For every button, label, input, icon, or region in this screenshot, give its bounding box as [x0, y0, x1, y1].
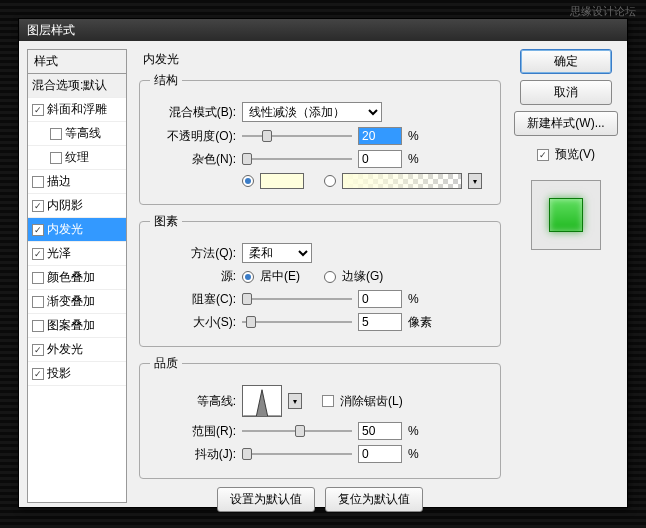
blend-mode-select[interactable]: 线性减淡（添加）: [242, 102, 382, 122]
source-edge-radio[interactable]: [324, 271, 336, 283]
color-radio[interactable]: [242, 175, 254, 187]
noise-input[interactable]: [358, 150, 402, 168]
style-item[interactable]: 光泽: [28, 242, 126, 266]
style-item[interactable]: 外发光: [28, 338, 126, 362]
style-item[interactable]: 图案叠加: [28, 314, 126, 338]
blending-options-item[interactable]: 混合选项:默认: [28, 74, 126, 98]
elements-legend: 图素: [150, 213, 182, 230]
quality-group: 品质 等高线: ▾ 消除锯齿(L) 范围(R): %: [139, 355, 501, 479]
style-label: 内发光: [47, 221, 83, 238]
choke-unit: %: [408, 292, 438, 306]
preview-checkbox[interactable]: [537, 149, 549, 161]
jitter-input[interactable]: [358, 445, 402, 463]
opacity-unit: %: [408, 129, 438, 143]
cancel-button[interactable]: 取消: [520, 80, 612, 105]
settings-panel: 内发光 结构 混合模式(B): 线性减淡（添加） 不透明度(O): % 杂色(N…: [135, 49, 505, 499]
blend-mode-label: 混合模式(B):: [150, 104, 236, 121]
style-checkbox[interactable]: [32, 224, 44, 236]
range-slider[interactable]: [242, 423, 352, 439]
make-default-button[interactable]: 设置为默认值: [217, 487, 315, 512]
style-checkbox[interactable]: [32, 368, 44, 380]
style-item[interactable]: 内阴影: [28, 194, 126, 218]
style-checkbox[interactable]: [32, 200, 44, 212]
preview-box: [531, 180, 601, 250]
antialias-checkbox[interactable]: [322, 395, 334, 407]
noise-unit: %: [408, 152, 438, 166]
style-item[interactable]: 渐变叠加: [28, 290, 126, 314]
size-label: 大小(S):: [150, 314, 236, 331]
style-label: 纹理: [65, 149, 89, 166]
action-panel: 确定 取消 新建样式(W)... 预览(V): [513, 49, 619, 499]
style-label: 颜色叠加: [47, 269, 95, 286]
contour-picker[interactable]: [242, 385, 282, 417]
choke-label: 阻塞(C):: [150, 291, 236, 308]
color-swatch[interactable]: [260, 173, 304, 189]
style-label: 渐变叠加: [47, 293, 95, 310]
style-checkbox[interactable]: [32, 272, 44, 284]
opacity-slider[interactable]: [242, 128, 352, 144]
quality-legend: 品质: [150, 355, 182, 372]
style-checkbox[interactable]: [32, 320, 44, 332]
preview-swatch: [549, 198, 583, 232]
styles-panel: 样式 混合选项:默认 斜面和浮雕等高线纹理描边内阴影内发光光泽颜色叠加渐变叠加图…: [27, 49, 127, 499]
jitter-unit: %: [408, 447, 438, 461]
new-style-button[interactable]: 新建样式(W)...: [514, 111, 617, 136]
size-slider[interactable]: [242, 314, 352, 330]
jitter-slider[interactable]: [242, 446, 352, 462]
watermark: 思缘设计论坛: [570, 4, 636, 19]
reset-default-button[interactable]: 复位为默认值: [325, 487, 423, 512]
technique-label: 方法(Q):: [150, 245, 236, 262]
choke-input[interactable]: [358, 290, 402, 308]
source-edge-label: 边缘(G): [342, 268, 383, 285]
opacity-label: 不透明度(O):: [150, 128, 236, 145]
style-label: 光泽: [47, 245, 71, 262]
source-center-label: 居中(E): [260, 268, 300, 285]
style-label: 投影: [47, 365, 71, 382]
size-unit: 像素: [408, 314, 438, 331]
gradient-radio[interactable]: [324, 175, 336, 187]
ok-button[interactable]: 确定: [520, 49, 612, 74]
style-item[interactable]: 斜面和浮雕: [28, 98, 126, 122]
style-checkbox[interactable]: [32, 248, 44, 260]
style-checkbox[interactable]: [32, 344, 44, 356]
dialog-titlebar[interactable]: 图层样式: [19, 19, 627, 41]
antialias-label: 消除锯齿(L): [340, 393, 403, 410]
style-checkbox[interactable]: [32, 104, 44, 116]
style-checkbox[interactable]: [32, 176, 44, 188]
noise-label: 杂色(N):: [150, 151, 236, 168]
style-checkbox[interactable]: [32, 296, 44, 308]
style-item[interactable]: 内发光: [28, 218, 126, 242]
style-item[interactable]: 颜色叠加: [28, 266, 126, 290]
styles-header: 样式: [27, 49, 127, 73]
style-checkbox[interactable]: [50, 128, 62, 140]
style-item[interactable]: 投影: [28, 362, 126, 386]
technique-select[interactable]: 柔和: [242, 243, 312, 263]
contour-label: 等高线:: [150, 393, 236, 410]
range-input[interactable]: [358, 422, 402, 440]
structure-legend: 结构: [150, 72, 182, 89]
source-center-radio[interactable]: [242, 271, 254, 283]
choke-slider[interactable]: [242, 291, 352, 307]
size-input[interactable]: [358, 313, 402, 331]
opacity-input[interactable]: [358, 127, 402, 145]
noise-slider[interactable]: [242, 151, 352, 167]
contour-dropdown-icon[interactable]: ▾: [288, 393, 302, 409]
layer-style-dialog: 图层样式 样式 混合选项:默认 斜面和浮雕等高线纹理描边内阴影内发光光泽颜色叠加…: [18, 18, 628, 508]
style-label: 外发光: [47, 341, 83, 358]
style-checkbox[interactable]: [50, 152, 62, 164]
style-label: 斜面和浮雕: [47, 101, 107, 118]
gradient-swatch[interactable]: [342, 173, 462, 189]
style-item[interactable]: 描边: [28, 170, 126, 194]
styles-list: 混合选项:默认 斜面和浮雕等高线纹理描边内阴影内发光光泽颜色叠加渐变叠加图案叠加…: [27, 73, 127, 503]
source-label: 源:: [150, 268, 236, 285]
range-unit: %: [408, 424, 438, 438]
style-label: 内阴影: [47, 197, 83, 214]
effect-title: 内发光: [143, 51, 501, 68]
structure-group: 结构 混合模式(B): 线性减淡（添加） 不透明度(O): % 杂色(N): %: [139, 72, 501, 205]
style-item[interactable]: 等高线: [28, 122, 126, 146]
style-label: 等高线: [65, 125, 101, 142]
range-label: 范围(R):: [150, 423, 236, 440]
style-item[interactable]: 纹理: [28, 146, 126, 170]
elements-group: 图素 方法(Q): 柔和 源: 居中(E) 边缘(G) 阻塞(C):: [139, 213, 501, 347]
gradient-dropdown-icon[interactable]: ▾: [468, 173, 482, 189]
